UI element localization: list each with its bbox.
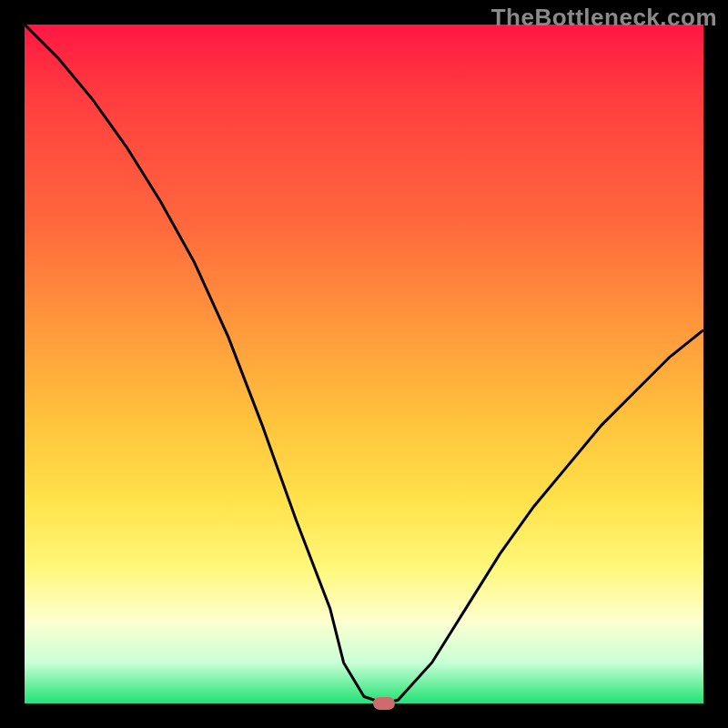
optimal-point-marker (373, 697, 395, 710)
watermark-text: TheBottleneck.com (491, 4, 717, 32)
curve-line (25, 25, 703, 703)
chart-container: TheBottleneck.com (0, 0, 728, 728)
bottleneck-curve (25, 25, 703, 703)
plot-area (25, 25, 703, 703)
